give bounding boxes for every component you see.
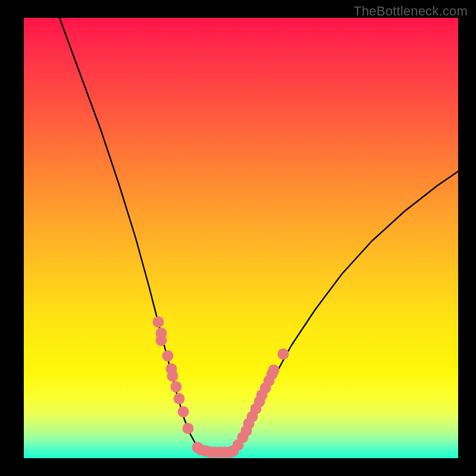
plot-area [24,18,458,458]
chart-frame: TheBottleneck.com [0,0,476,476]
watermark-text: TheBottleneck.com [353,4,468,19]
data-markers [153,317,289,458]
data-marker [171,381,182,393]
data-marker [156,335,167,346]
data-marker [178,406,189,418]
data-marker [162,350,174,362]
data-marker [183,423,194,434]
data-marker [278,349,289,360]
bottleneck-curve [60,18,458,452]
curve-svg [24,18,458,458]
data-marker [268,365,280,376]
data-marker [174,393,185,405]
data-marker [153,317,164,328]
data-marker [167,371,178,382]
